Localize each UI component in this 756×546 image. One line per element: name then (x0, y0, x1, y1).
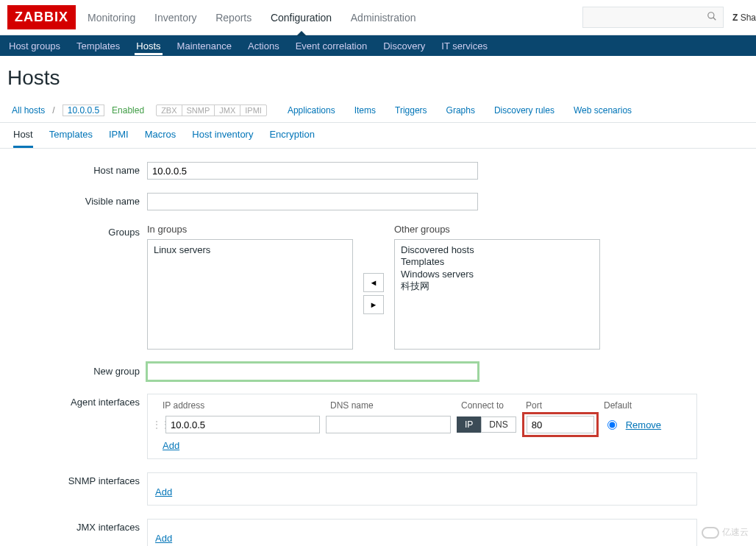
remove-interface-link[interactable]: Remove (626, 419, 661, 430)
svg-point-0 (708, 13, 714, 18)
col-connectto: Connect to (461, 400, 526, 411)
input-hostname[interactable] (147, 162, 478, 180)
add-snmp-interface-link[interactable]: Add (155, 486, 172, 497)
status-enabled[interactable]: Enabled (112, 105, 144, 116)
input-dnsname[interactable] (326, 416, 451, 433)
subnav-hosts[interactable]: Hosts (135, 37, 162, 55)
list-item[interactable]: Windows servers (401, 269, 593, 280)
port-highlight (522, 412, 599, 437)
availability-group: ZBX SNMP JMX IPMI (156, 104, 267, 116)
subnav-hostgroups[interactable]: Host groups (7, 37, 62, 55)
label-snmpinterfaces: SNMP interfaces (7, 472, 147, 486)
host-tabs: Host Templates IPMI Macros Host inventor… (0, 123, 756, 149)
label-hostname: Host name (7, 162, 147, 176)
breadcrumb-separator: / (52, 105, 54, 116)
tab-templates[interactable]: Templates (49, 129, 93, 148)
avail-snmp: SNMP (182, 105, 215, 116)
nav-configuration[interactable]: Configuration (271, 12, 332, 24)
tab-macros[interactable]: Macros (145, 129, 176, 148)
label-jmxinterfaces: JMX interfaces (7, 519, 147, 533)
svg-line-1 (713, 18, 716, 21)
page-title: Hosts (0, 56, 756, 99)
connect-dns-button[interactable]: DNS (481, 416, 516, 433)
interface-row: ⋮⋮ IP DNS Remove (152, 415, 689, 434)
label-newgroup: New group (7, 363, 147, 377)
add-agent-interface-link[interactable]: Add (163, 440, 179, 451)
agent-interfaces-box: IP address DNS name Connect to Port Defa… (147, 394, 697, 459)
share-link[interactable]: Z Sha (732, 13, 756, 23)
move-left-button[interactable]: ◄ (363, 273, 384, 292)
cloud-icon (702, 527, 719, 539)
tab-hostinventory[interactable]: Host inventory (192, 129, 253, 148)
breadcrumb-allhosts[interactable]: All hosts (12, 105, 45, 116)
search-icon[interactable] (701, 8, 723, 26)
nav-inventory[interactable]: Inventory (154, 12, 197, 24)
link-discoveryrules[interactable]: Discovery rules (494, 105, 554, 116)
col-ipaddress: IP address (163, 400, 330, 411)
tab-ipmi[interactable]: IPMI (109, 129, 129, 148)
list-item[interactable]: Discovered hosts (401, 244, 593, 256)
label-groups: Groups (7, 224, 147, 238)
col-port: Port (526, 400, 604, 411)
main-header: ZABBIX Monitoring Inventory Reports Conf… (0, 0, 756, 35)
avail-jmx: JMX (215, 105, 240, 116)
listbox-othergroups[interactable]: Discovered hosts Templates Windows serve… (394, 239, 600, 350)
host-form: Host name Visible name Groups In groups … (0, 149, 756, 546)
header-right: Z Sha (582, 7, 756, 28)
link-triggers[interactable]: Triggers (395, 105, 427, 116)
list-item[interactable]: Templates (401, 256, 593, 268)
snmp-interfaces-box: Add (147, 472, 697, 506)
search-input[interactable] (583, 7, 701, 27)
label-othergroups: Other groups (394, 224, 600, 235)
nav-monitoring[interactable]: Monitoring (88, 12, 135, 24)
main-nav: Monitoring Inventory Reports Configurati… (88, 12, 432, 24)
avail-ipmi: IPMI (240, 105, 266, 116)
input-port[interactable] (527, 416, 594, 433)
add-jmx-interface-link[interactable]: Add (155, 533, 172, 544)
drag-handle-icon[interactable]: ⋮⋮ (152, 419, 160, 430)
link-graphs[interactable]: Graphs (446, 105, 475, 116)
subnav-templates[interactable]: Templates (75, 37, 121, 55)
nav-reports[interactable]: Reports (215, 12, 252, 24)
subnav-maintenance[interactable]: Maintenance (176, 37, 233, 55)
move-right-button[interactable]: ► (363, 295, 384, 314)
breadcrumb-current: 10.0.0.5 (63, 104, 104, 116)
input-newgroup[interactable] (147, 363, 478, 380)
link-applications[interactable]: Applications (288, 105, 335, 116)
link-items[interactable]: Items (354, 105, 376, 116)
list-item[interactable]: Linux servers (154, 244, 346, 256)
label-ingroups: In groups (147, 224, 353, 235)
sub-nav: Host groups Templates Hosts Maintenance … (0, 35, 756, 56)
filter-row: All hosts / 10.0.0.5 Enabled ZBX SNMP JM… (0, 99, 756, 123)
input-ipaddress[interactable] (165, 416, 320, 433)
label-agentinterfaces: Agent interfaces (7, 394, 147, 408)
subnav-itservices[interactable]: IT services (440, 37, 489, 55)
filter-links: Applications Items Triggers Graphs Disco… (288, 105, 632, 116)
link-webscenarios[interactable]: Web scenarios (574, 105, 632, 116)
jmx-interfaces-box: Add (147, 519, 697, 546)
tab-encryption[interactable]: Encryption (269, 129, 314, 148)
connect-ip-button[interactable]: IP (457, 416, 481, 433)
zabbix-logo[interactable]: ZABBIX (7, 5, 76, 29)
nav-administration[interactable]: Administration (351, 12, 416, 24)
label-visiblename: Visible name (7, 193, 147, 207)
radio-default[interactable] (607, 420, 617, 430)
input-visiblename[interactable] (147, 193, 478, 210)
subnav-actions[interactable]: Actions (246, 37, 281, 55)
avail-zbx: ZBX (157, 105, 182, 116)
subnav-discovery[interactable]: Discovery (382, 37, 427, 55)
subnav-eventcorrelation[interactable]: Event correlation (294, 37, 369, 55)
listbox-ingroups[interactable]: Linux servers (147, 239, 353, 350)
col-dnsname: DNS name (330, 400, 461, 411)
watermark: 亿速云 (702, 526, 749, 539)
search-box (582, 7, 724, 28)
col-default: Default (604, 400, 648, 411)
tab-host[interactable]: Host (13, 129, 33, 148)
list-item[interactable]: 科技网 (401, 280, 593, 292)
connect-to-toggle: IP DNS (457, 416, 516, 433)
